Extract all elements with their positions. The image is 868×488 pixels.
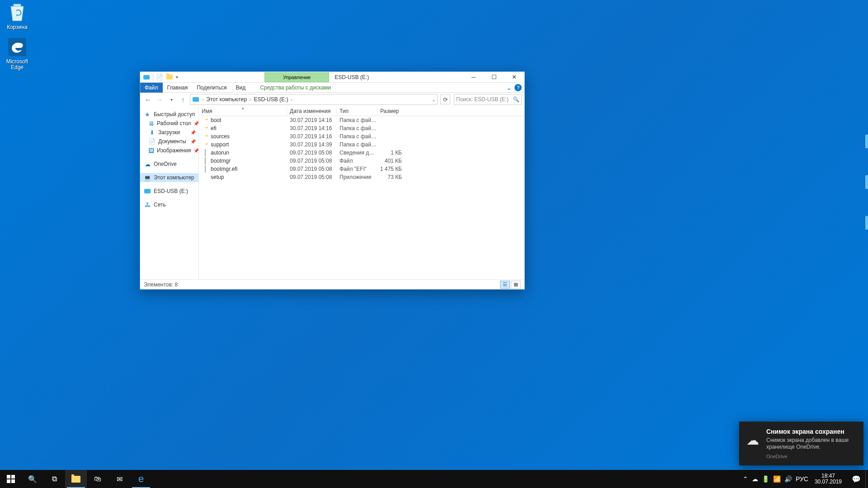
drive-icon [192,96,199,103]
nav-documents[interactable]: 📄Документы📌 [140,137,198,146]
usb-icon [144,188,151,195]
file-name: support [211,141,229,148]
tab-home[interactable]: Главная [163,83,193,93]
file-date: 30.07.2019 14:39 [287,141,337,148]
show-desktop-button[interactable] [865,470,868,488]
recycle-bin-desktop-icon[interactable]: Корзина [0,2,34,30]
nav-quick-access[interactable]: ★Быстрый доступ [140,110,198,119]
nav-downloads[interactable]: ⬇Загрузки📌 [140,128,198,137]
tab-share[interactable]: Поделиться [192,83,231,93]
forward-button[interactable]: → [155,94,165,104]
search-button[interactable]: 🔍 [22,470,43,488]
recycle-bin-icon [6,2,28,23]
help-icon[interactable]: ? [514,84,522,91]
view-details-button[interactable]: ☰ [500,281,510,289]
svg-rect-4 [7,479,10,483]
address-dropdown-icon[interactable]: ⌄ [432,97,435,102]
file-row[interactable]: autorun09.07.2019 05:08Сведения для уст.… [199,149,524,157]
taskbar-explorer[interactable] [65,470,87,488]
col-type[interactable]: Тип [337,106,377,116]
tray-network-icon[interactable]: 📶 [773,475,781,483]
search-placeholder: Поиск: ESD-USB (E:) [456,96,509,103]
file-type: Папка с файлами [337,141,377,148]
chevron-right-icon[interactable]: › [201,97,204,102]
file-list-pane: Имя▴ Дата изменения Тип Размер boot30.07… [199,106,524,279]
start-button[interactable] [0,470,22,488]
nav-desktop[interactable]: 🖥Рабочий стол📌 [140,119,198,128]
file-name: sources [211,133,230,140]
taskbar-mail[interactable]: ✉ [108,470,130,488]
qat-props-icon[interactable]: 📄 [156,74,163,81]
file-row[interactable]: bootmgr09.07.2019 05:08Файл401 КБ [199,157,524,165]
tray-volume-icon[interactable]: 🔊 [784,475,792,483]
back-button[interactable]: ← [143,94,153,104]
taskbar-edge[interactable]: e [130,470,152,488]
file-name: autorun [211,150,229,156]
file-date: 09.07.2019 05:08 [287,174,337,180]
file-row[interactable]: boot30.07.2019 14:16Папка с файлами [199,116,524,124]
notification-body: Снимок экрана добавлен в ваше хранилище … [766,437,857,451]
network-icon: 🖧 [144,201,151,208]
nav-drive[interactable]: ESD-USB (E:) [140,187,198,196]
file-row[interactable]: setup09.07.2019 05:08Приложение73 КБ [199,173,524,181]
edge-desktop-icon[interactable]: Microsoft Edge [0,36,34,70]
qat-folder-icon[interactable] [166,74,173,81]
tab-view[interactable]: Вид [231,83,250,93]
nav-network[interactable]: 🖧Сеть [140,200,198,209]
title-bar[interactable]: 📄 ▾ Управление ESD-USB (E:) ─ ☐ ✕ [140,72,524,83]
nav-pictures[interactable]: 🖼Изображения📌 [140,146,198,155]
file-row[interactable]: efi30.07.2019 14:16Папка с файлами [199,124,524,132]
nav-onedrive[interactable]: ☁OneDrive [140,160,198,169]
notification-title: Снимок экрана сохранен [766,428,857,435]
action-center-button[interactable]: 💬 [847,470,865,488]
svg-rect-5 [11,479,15,483]
file-row[interactable]: sources30.07.2019 14:16Папка с файлами [199,132,524,141]
tab-file[interactable]: Файл [140,83,163,93]
file-size: 401 КБ [377,158,405,164]
col-date[interactable]: Дата изменения [287,106,337,116]
nav-this-pc[interactable]: 💻Этот компьютер [140,173,198,182]
file-size: 1 475 КБ [377,166,405,172]
qat-customize-icon[interactable]: ▾ [176,75,178,80]
taskbar-store[interactable]: 🛍 [87,470,108,488]
address-bar[interactable]: › Этот компьютер › ESD-USB (E:) › ⌄ [190,94,438,105]
crumb-this-pc[interactable]: Этот компьютер [206,96,247,103]
col-name[interactable]: Имя▴ [199,106,287,116]
chevron-right-icon[interactable]: › [290,97,293,102]
file-size: 73 КБ [377,174,405,180]
manage-context-tab[interactable]: Управление [264,72,329,82]
crumb-drive[interactable]: ESD-USB (E:) [254,96,288,103]
file-row[interactable]: bootmgr.efi09.07.2019 05:08Файл "EFI"1 4… [199,165,524,173]
tray-onedrive-icon[interactable]: ☁ [752,475,758,483]
svg-rect-2 [7,475,10,479]
col-size[interactable]: Размер [377,106,405,116]
onedrive-icon: ☁ [744,432,762,450]
tray-clock[interactable]: 18:47 30.07.2019 [812,473,844,485]
ribbon-expand-icon[interactable]: ⌄ [506,84,512,91]
maximize-button[interactable]: ☐ [484,72,504,83]
minimize-button[interactable]: ─ [463,72,484,83]
tray-overflow-icon[interactable]: ⌃ [743,475,748,483]
file-row[interactable]: support30.07.2019 14:39Папка с файлами [199,141,524,149]
tab-drive-tools[interactable]: Средства работы с дисками [255,83,335,93]
recent-dropdown[interactable]: ▾ [166,94,176,104]
tray-language[interactable]: РУС [796,475,808,483]
file-name: efi [211,125,217,131]
close-button[interactable]: ✕ [504,72,524,83]
file-date: 30.07.2019 14:16 [287,117,337,123]
task-view-button[interactable]: ⧉ [43,470,65,488]
file-date: 09.07.2019 05:08 [287,158,337,164]
tray-battery-icon[interactable]: 🔋 [762,475,769,483]
file-type: Файл "EFI" [337,166,377,172]
notification-toast[interactable]: ☁ Снимок экрана сохранен Снимок экрана д… [739,422,863,465]
explorer-window: 📄 ▾ Управление ESD-USB (E:) ─ ☐ ✕ Файл Г… [140,71,525,290]
refresh-button[interactable]: ⟳ [440,94,450,104]
file-date: 30.07.2019 14:16 [287,133,337,140]
search-input[interactable]: Поиск: ESD-USB (E:) 🔍 [454,94,522,105]
address-row: ← → ▾ ↑ › Этот компьютер › ESD-USB (E:) … [140,93,524,106]
view-icons-button[interactable]: ▦ [511,281,521,289]
file-type: Сведения для уст... [337,150,377,156]
window-title: ESD-USB (E:) [329,74,369,80]
chevron-right-icon[interactable]: › [249,97,252,102]
up-button[interactable]: ↑ [178,94,188,104]
